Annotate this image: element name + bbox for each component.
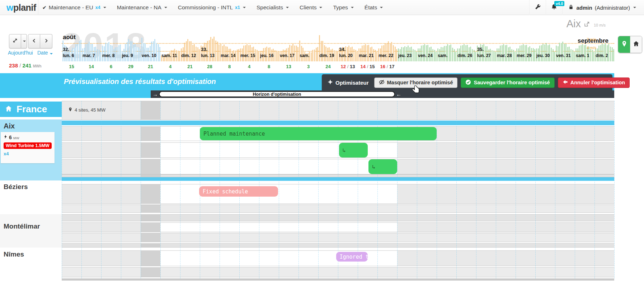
day-value: 6 [101, 64, 121, 69]
day-label[interactable]: jeu. 9 [122, 53, 133, 58]
day-label[interactable]: sam. 11 [161, 53, 177, 58]
notifications-bell-button[interactable]: v4.0 [546, 0, 562, 15]
menu-item-maintenance-na[interactable]: Maintenance - NA [117, 4, 167, 11]
expand-diagonal-icon [13, 38, 18, 44]
day-gridline [476, 101, 476, 278]
country-name: France [17, 104, 47, 115]
row-segment [141, 268, 160, 277]
day-value: 3 [299, 64, 318, 69]
energy-total: 238 / 241 MWh [9, 62, 42, 69]
horizon-end-arrow-icon[interactable]: ← [395, 91, 403, 97]
lightning-icon [4, 134, 8, 140]
menu-item-maintenance-eu[interactable]: ✔Maintenance - EUx4 [42, 4, 106, 11]
day-label[interactable]: mar. 21 [359, 53, 373, 58]
task-bar-fixed[interactable]: Fixed schedule [199, 186, 278, 197]
day-label[interactable]: jeu. 23 [398, 53, 412, 58]
task-bar-sub1[interactable]: ↳ [339, 143, 368, 158]
menu-item-clients[interactable]: Clients [300, 4, 322, 11]
site-name-beziers[interactable]: Béziers [4, 183, 28, 191]
day-label[interactable]: sam. 1 [576, 53, 589, 58]
day-energy-value: 13 [286, 64, 291, 69]
wind-bar [450, 44, 451, 61]
day-label[interactable]: lun. 20 [339, 53, 353, 58]
site-name-nimes[interactable]: Nîmes [4, 250, 24, 258]
day-label[interactable]: dim. 26 [457, 53, 472, 58]
task-bar-planned[interactable]: Planned maintenance [200, 127, 437, 140]
menu-item-label: Maintenance - NA [117, 4, 161, 11]
zoom-range-button[interactable] [9, 34, 21, 48]
chevron-down-icon [23, 41, 26, 42]
home-icon [5, 104, 12, 115]
map-view-button[interactable] [618, 36, 630, 53]
wind-bar [120, 44, 121, 61]
optimizer-gem-icon [328, 79, 333, 86]
site-name-montelimar[interactable]: Montélimar [4, 222, 40, 230]
day-label[interactable]: lun. 6 [63, 53, 74, 58]
day-label[interactable]: mar. 28 [497, 53, 512, 58]
wind-bar [561, 43, 562, 61]
zoom-range-caret-button[interactable] [21, 34, 27, 48]
wind-bar [590, 49, 591, 61]
wind-bar [593, 52, 594, 61]
day-label[interactable]: sam. [300, 53, 309, 58]
day-label[interactable]: mer. 22 [379, 53, 393, 58]
settings-wrench-button[interactable] [529, 0, 546, 15]
site-name-aix[interactable]: Aix [4, 122, 15, 130]
cancel-optimization-button[interactable]: Annuler l'optimisation [558, 77, 630, 88]
day-label[interactable]: dim. 19 [319, 53, 334, 58]
wplanif-app: wplanif ✔Maintenance - EUx4Maintenance -… [0, 0, 644, 282]
day-label[interactable]: lun. 27 [477, 53, 491, 58]
day-label[interactable]: mar. 14 [221, 53, 235, 58]
day-energy-total: 17 [389, 64, 394, 69]
today-link[interactable]: Aujourd'hui [8, 50, 33, 56]
home-view-button[interactable] [630, 36, 642, 53]
menu-item-specialists[interactable]: Specialists [257, 4, 289, 11]
next-period-button[interactable] [40, 34, 52, 48]
chevron-down-icon [380, 7, 383, 8]
horizon-start-arrow-icon[interactable]: → [151, 91, 159, 97]
sidebar-country-france[interactable]: France [0, 102, 62, 117]
wind-bar [395, 47, 396, 61]
wind-bar [493, 51, 494, 61]
wind-bar [495, 52, 496, 61]
day-label[interactable]: dim. 2 [596, 53, 608, 58]
open-site-icon[interactable] [584, 18, 590, 30]
menu-item-commissioning-intl[interactable]: Commissioning - INTLx1 [178, 4, 246, 11]
date-dropdown[interactable]: Date [37, 50, 53, 56]
prev-period-button[interactable] [28, 34, 40, 48]
optimizer-menu[interactable]: Optimisateur [325, 79, 371, 86]
row-segment [141, 223, 160, 232]
save-optimized-schedule-button[interactable]: Sauvegarder l'horaire optimisé [461, 77, 554, 88]
day-label[interactable]: jeu. 16 [260, 53, 273, 58]
wind-bar [564, 44, 565, 61]
menu-item-types[interactable]: Types [333, 4, 353, 11]
user-menu[interactable]: admin (Administrator) [562, 0, 644, 15]
day-value: 21 [180, 64, 200, 69]
day-label[interactable]: mer. 8 [102, 53, 115, 58]
menu-item-label: Maintenance - EU [49, 4, 93, 11]
menu-item--tats[interactable]: États [365, 4, 383, 11]
app-logo[interactable]: wplanif [6, 3, 41, 13]
task-bar-sub2[interactable]: ↳ [368, 159, 397, 174]
day-label[interactable]: sam. [438, 53, 447, 58]
day-label[interactable]: ven. 17 [280, 53, 295, 58]
energy-used: 238 [9, 62, 18, 69]
check-icon: ✔ [42, 5, 47, 10]
day-label[interactable]: jeu. 30 [536, 53, 550, 58]
day-label[interactable]: ven. 24 [418, 53, 433, 58]
day-label[interactable]: lun. 13 [201, 53, 215, 58]
timeline-controls: Aujourd'hui Date 238 / 241 MWh [0, 15, 62, 72]
optimization-horizon-pill[interactable]: Horizon d'optimisation [159, 91, 395, 97]
row-segment [141, 175, 160, 177]
day-label[interactable]: ven. 10 [142, 53, 156, 58]
day-label[interactable]: mer. 15 [240, 53, 255, 58]
day-label[interactable]: ven. 31 [556, 53, 571, 58]
gantt-row-scroll [62, 278, 614, 281]
day-label[interactable]: dim. 12 [181, 53, 196, 58]
wind-bar [189, 41, 190, 61]
task-bar-ignored[interactable]: Ignored task [336, 252, 368, 262]
wind-bar [87, 43, 88, 61]
day-label[interactable]: mer. 29 [517, 53, 531, 58]
day-label[interactable]: mar. 7 [83, 53, 95, 58]
wind-bar [178, 51, 179, 61]
